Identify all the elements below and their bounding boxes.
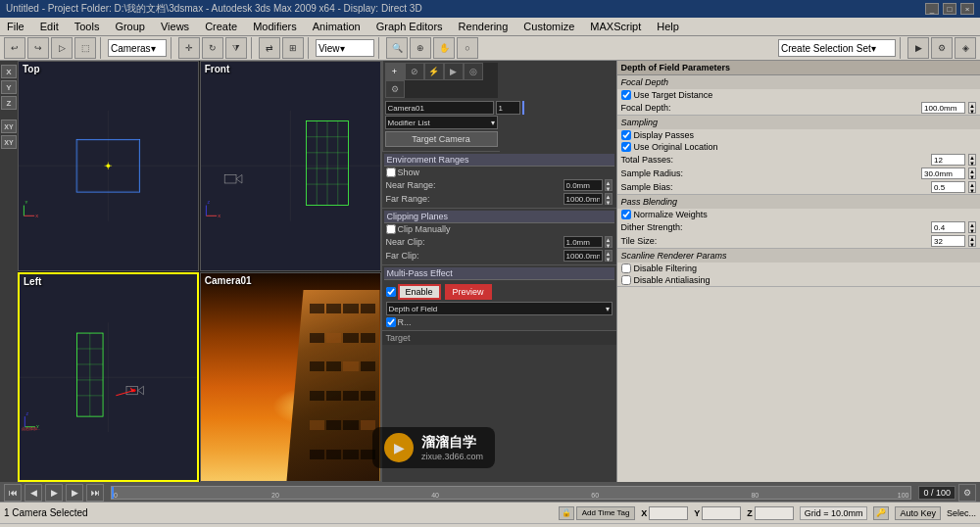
tile-size-input[interactable]: [931, 235, 965, 247]
maximize-button[interactable]: □: [943, 3, 956, 15]
dither-strength-spinner[interactable]: ▲▼: [968, 221, 976, 233]
create-tab[interactable]: +: [385, 63, 405, 80]
menu-create[interactable]: Create: [202, 21, 240, 32]
sample-radius-input[interactable]: [921, 168, 965, 179]
select-button[interactable]: ▷: [51, 37, 73, 59]
env-show-checkbox[interactable]: [386, 168, 396, 177]
render-setup-button[interactable]: ⚙: [931, 37, 953, 59]
near-range-input[interactable]: [564, 179, 603, 191]
disable-filtering-checkbox[interactable]: [621, 264, 631, 273]
normalize-weights-checkbox[interactable]: [621, 210, 631, 219]
multipass-enable-checkbox[interactable]: [386, 287, 396, 297]
disable-antialiasing-checkbox[interactable]: [621, 275, 631, 285]
display-tab[interactable]: ◎: [464, 63, 483, 80]
dither-strength-input[interactable]: [931, 221, 965, 233]
redo-button[interactable]: ↪: [27, 37, 49, 59]
clipping-planes-header[interactable]: Clipping Planes: [384, 211, 614, 223]
env-ranges-header[interactable]: Environment Ranges: [384, 154, 614, 167]
xz-axis-button[interactable]: XY: [1, 135, 17, 149]
menu-customize[interactable]: Customize: [520, 21, 577, 32]
modify-tab[interactable]: ⊘: [405, 63, 424, 80]
sample-radius-spinner[interactable]: ▲▼: [968, 168, 976, 179]
scale-button[interactable]: ⧩: [225, 37, 247, 59]
selection-set-dropdown[interactable]: Create Selection Set▾: [778, 39, 896, 57]
z-axis-button[interactable]: Z: [1, 96, 17, 110]
tile-size-spinner[interactable]: ▲▼: [968, 235, 976, 247]
prev-frame-button[interactable]: ◀: [24, 484, 42, 502]
timeline-track[interactable]: 0 20 40 60 80 100: [111, 486, 911, 500]
near-clip-spinner[interactable]: ▲▼: [605, 236, 612, 248]
move-button[interactable]: ✛: [178, 37, 200, 59]
menu-group[interactable]: Group: [112, 21, 148, 32]
menu-animation[interactable]: Animation: [310, 21, 364, 32]
select-region-button[interactable]: ⬚: [74, 37, 96, 59]
pass-blending-title[interactable]: Pass Blending: [617, 195, 981, 209]
clip-manually-checkbox[interactable]: [386, 224, 396, 234]
y-axis-button[interactable]: Y: [1, 80, 17, 94]
material-editor-button[interactable]: ◈: [955, 37, 976, 59]
window-controls[interactable]: _ □ ×: [925, 3, 974, 15]
go-start-button[interactable]: ⏮: [4, 484, 22, 502]
far-range-spinner[interactable]: ▲▼: [605, 193, 612, 205]
sampling-title[interactable]: Sampling: [617, 116, 981, 129]
menu-views[interactable]: Views: [158, 21, 192, 32]
menu-edit[interactable]: Edit: [37, 21, 62, 32]
xy-axis-button[interactable]: XY: [1, 120, 17, 133]
zoom-all-button[interactable]: ⊕: [410, 37, 431, 59]
pan-button[interactable]: ✋: [433, 37, 455, 59]
camera-name-input[interactable]: [385, 101, 494, 115]
cameras-dropdown[interactable]: Cameras▾: [108, 39, 167, 57]
go-end-button[interactable]: ⏭: [86, 484, 104, 502]
total-passes-spinner[interactable]: ▲▼: [968, 154, 976, 166]
top-viewport[interactable]: Top X Y: [18, 61, 199, 271]
rotate-button[interactable]: ↻: [202, 37, 223, 59]
menu-tools[interactable]: Tools: [72, 21, 103, 32]
menu-file[interactable]: File: [4, 21, 27, 32]
dof-type-dropdown[interactable]: Depth of Field ▾: [386, 302, 612, 315]
focal-depth-input[interactable]: [921, 102, 965, 114]
mirror-button[interactable]: ⇄: [259, 37, 280, 59]
display-passes-checkbox[interactable]: [621, 130, 631, 140]
y-coord-input[interactable]: [702, 506, 741, 520]
total-passes-input[interactable]: [931, 154, 965, 166]
sample-bias-spinner[interactable]: ▲▼: [968, 181, 976, 193]
close-button[interactable]: ×: [960, 3, 974, 15]
orbit-button[interactable]: ○: [457, 37, 478, 59]
add-time-tag-button[interactable]: Add Time Tag: [576, 506, 635, 520]
scanline-title[interactable]: Scanline Renderer Params: [617, 249, 981, 263]
key-icon-button[interactable]: 🔑: [873, 506, 889, 520]
menu-help[interactable]: Help: [654, 21, 682, 32]
hierarchy-tab[interactable]: ⚡: [424, 63, 444, 80]
play-button[interactable]: ▶: [45, 484, 63, 502]
key-filters-button[interactable]: ⚙: [958, 484, 976, 502]
motion-tab[interactable]: ▶: [444, 63, 464, 80]
color-swatch[interactable]: [522, 101, 524, 115]
x-coord-input[interactable]: [649, 506, 688, 520]
use-target-distance-checkbox[interactable]: [621, 90, 631, 100]
far-range-input[interactable]: [564, 193, 603, 205]
target-camera-button[interactable]: Target Camera: [385, 131, 498, 147]
align-button[interactable]: ⊞: [282, 37, 304, 59]
modifier-list-dropdown[interactable]: Modifier List ▾: [385, 116, 498, 129]
r-checkbox[interactable]: [386, 317, 396, 327]
render-button[interactable]: ▶: [907, 37, 929, 59]
multipass-header[interactable]: Multi-Pass Effect: [384, 267, 614, 280]
x-axis-button[interactable]: X: [1, 65, 17, 78]
preview-button[interactable]: Preview: [445, 284, 492, 300]
minimize-button[interactable]: _: [925, 3, 939, 15]
menu-maxscript[interactable]: MAXScript: [587, 21, 644, 32]
near-range-spinner[interactable]: ▲▼: [605, 179, 612, 191]
near-clip-input[interactable]: [564, 236, 603, 248]
utilities-tab[interactable]: ⚙: [385, 80, 405, 98]
undo-button[interactable]: ↩: [4, 37, 25, 59]
focal-depth-title[interactable]: Focal Depth: [617, 75, 981, 89]
far-clip-spinner[interactable]: ▲▼: [605, 250, 612, 262]
z-coord-input[interactable]: [755, 506, 794, 520]
camera-viewport[interactable]: Camera01: [200, 272, 381, 483]
enable-button[interactable]: Enable: [398, 284, 441, 300]
front-viewport[interactable]: Front X: [200, 61, 381, 271]
focal-depth-spinner[interactable]: ▲▼: [968, 102, 976, 114]
menu-rendering[interactable]: Rendering: [456, 21, 512, 32]
far-clip-input[interactable]: [564, 250, 603, 262]
sample-bias-input[interactable]: [931, 181, 965, 193]
